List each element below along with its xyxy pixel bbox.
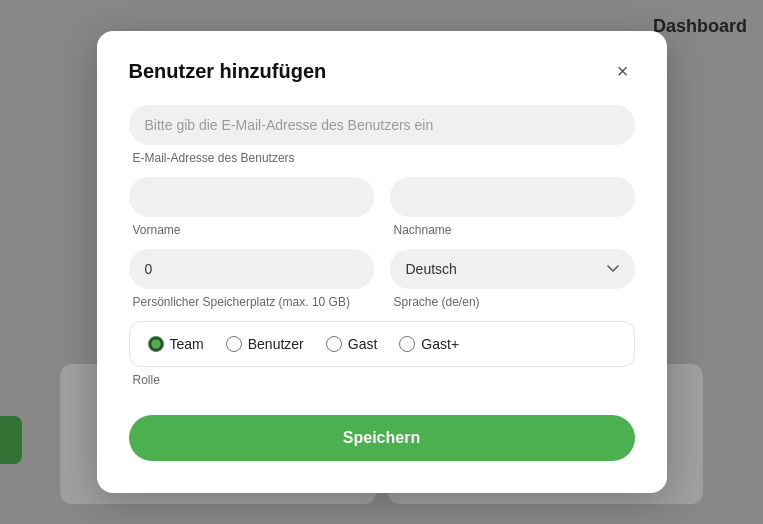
storage-input[interactable] — [129, 249, 374, 289]
role-gast-radio[interactable] — [326, 336, 342, 352]
email-input[interactable] — [129, 105, 635, 145]
role-team-radio[interactable] — [148, 336, 164, 352]
save-button[interactable]: Speichern — [129, 415, 635, 461]
role-gast-plus-label: Gast+ — [421, 336, 459, 352]
storage-col: Persönlicher Speicherplatz (max. 10 GB) — [129, 249, 374, 309]
role-gast[interactable]: Gast — [326, 336, 378, 352]
email-label: E-Mail-Adresse des Benutzers — [129, 151, 635, 165]
add-user-modal: Benutzer hinzufügen × E-Mail-Adresse des… — [97, 31, 667, 493]
lastname-label: Nachname — [390, 223, 635, 237]
role-benutzer-label: Benutzer — [248, 336, 304, 352]
role-benutzer-radio[interactable] — [226, 336, 242, 352]
modal-overlay: Benutzer hinzufügen × E-Mail-Adresse des… — [0, 0, 763, 524]
modal-title: Benutzer hinzufügen — [129, 60, 327, 83]
name-row: Vorname Nachname — [129, 177, 635, 237]
role-gast-plus[interactable]: Gast+ — [399, 336, 459, 352]
role-gast-label: Gast — [348, 336, 378, 352]
lastname-col: Nachname — [390, 177, 635, 237]
role-team[interactable]: Team — [148, 336, 204, 352]
storage-language-row: Persönlicher Speicherplatz (max. 10 GB) … — [129, 249, 635, 309]
role-label: Rolle — [129, 373, 635, 387]
role-field-group: Team Benutzer Gast Gast+ Rolle — [129, 321, 635, 387]
role-box: Team Benutzer Gast Gast+ — [129, 321, 635, 367]
modal-header: Benutzer hinzufügen × — [129, 59, 635, 83]
role-team-label: Team — [170, 336, 204, 352]
firstname-label: Vorname — [129, 223, 374, 237]
language-select[interactable]: Deutsch English — [390, 249, 635, 289]
email-field-group: E-Mail-Adresse des Benutzers — [129, 105, 635, 165]
role-benutzer[interactable]: Benutzer — [226, 336, 304, 352]
lastname-input[interactable] — [390, 177, 635, 217]
firstname-input[interactable] — [129, 177, 374, 217]
firstname-col: Vorname — [129, 177, 374, 237]
role-gast-plus-radio[interactable] — [399, 336, 415, 352]
close-button[interactable]: × — [611, 59, 635, 83]
language-label: Sprache (de/en) — [390, 295, 635, 309]
storage-label: Persönlicher Speicherplatz (max. 10 GB) — [129, 295, 374, 309]
language-col: Deutsch English Sprache (de/en) — [390, 249, 635, 309]
